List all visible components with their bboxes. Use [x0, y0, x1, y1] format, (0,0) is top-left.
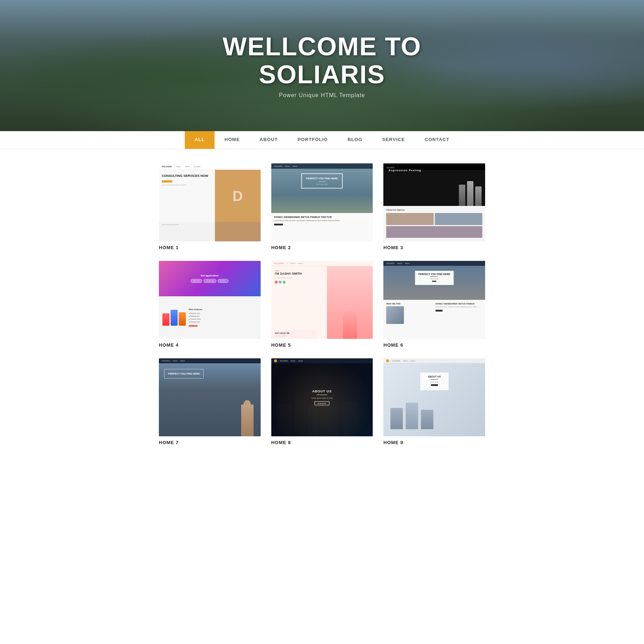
thumb-home1-nav-item: Portfolio: [194, 166, 200, 168]
thumb-home5-nav: SOLIARIS ● Home About: [271, 261, 373, 266]
thumb-home8-building-5: [343, 401, 357, 436]
grid-item-home8[interactable]: SOLIARIS Home About ABOUT US: [271, 358, 373, 445]
thumb-home9-logo: SOLIARIS: [392, 360, 400, 362]
filter-service[interactable]: SERVICE: [372, 131, 415, 149]
thumb-home2-nav: SOLIARIS Home About: [271, 163, 373, 169]
grid-item-home3[interactable]: SOLIARIS Expression Feeling About our Ag…: [383, 163, 485, 250]
thumb-home8-title: ABOUT US: [311, 390, 333, 393]
thumb-home1-nav-item: Home: [176, 166, 181, 168]
thumb-home6-who-title: WHO WE ARE: [386, 303, 433, 305]
thumb-home6-desc: Lorem ipsum: [418, 278, 450, 280]
thumb-home8-logo: SOLIARIS: [280, 360, 288, 362]
thumb-home3-gallery: [386, 213, 482, 238]
thumb-home1-right: [215, 170, 261, 222]
thumb-home5-social: [275, 281, 324, 284]
filter-all[interactable]: ALL: [185, 131, 215, 149]
thumb-home4-btn-2: Google Play: [204, 279, 216, 283]
thumb-home3-gallery-item-3: [386, 226, 482, 238]
thumb-home6-nav: SOLIARIS Home About: [383, 261, 485, 266]
thumb-home4-btn-1: App Store: [191, 279, 202, 283]
filter-portfolio[interactable]: PORTFOLIO: [288, 131, 338, 149]
grid-item-image-home5: SOLIARIS ● Home About helle I'M SASHA SM…: [271, 261, 373, 339]
thumb-home8-line: [317, 395, 327, 395]
grid-item-label-home6: HOME 6: [383, 342, 485, 348]
thumb-home8-nav: SOLIARIS Home About: [271, 358, 373, 363]
thumb-home9-people: [390, 403, 478, 429]
thumb-home4-phone-1: [162, 313, 170, 326]
thumb-home5-lower: SHOT ABOUT ME Lorem ipsum dolor: [271, 330, 317, 339]
filter-about[interactable]: ABOUT: [250, 131, 288, 149]
thumb-home6: SOLIARIS Home About PERFECT YOU FIND HER…: [383, 261, 485, 339]
grid-item-label-home7: HOME 7: [159, 440, 261, 445]
thumb-home5-about: SHOT ABOUT ME: [275, 332, 313, 334]
grid-item-home2[interactable]: SOLIARIS Home About PERFECT YOU FIND HER…: [271, 163, 373, 250]
filter-blog[interactable]: BLOG: [338, 131, 372, 149]
thumb-home9-center-box: ABOUT US Lorem ipsum: [420, 373, 449, 390]
thumb-home4-buttons: App Store Google Play Windows: [191, 279, 228, 283]
thumb-home2-lower-text: Lorem ipsum dolor sit amet, consectetur …: [274, 219, 370, 222]
thumb-home4-btn-more: [189, 325, 198, 327]
thumb-home4-phone-section: Main features ● Feature one● Feature two…: [159, 296, 261, 339]
main-content: SOLIARIS Home About Portfolio CONSULTING…: [152, 163, 492, 445]
filter-home[interactable]: HOME: [215, 131, 250, 149]
grid-item-image-home4: Get application App Store Google Play Wi…: [159, 261, 261, 339]
thumb-home1-bottom-right: [215, 222, 261, 241]
thumb-home2-logo: SOLIARIS: [274, 165, 282, 167]
thumb-home8: SOLIARIS Home About ABOUT US: [271, 358, 373, 436]
thumb-home9-nav: SOLIARIS Home About: [383, 358, 485, 363]
grid-item-home7[interactable]: SOLIARIS Home About PERFECT YOU FIND HER…: [159, 358, 261, 445]
thumb-home4-phone-3: [179, 312, 186, 326]
thumb-home3-about: About our Agency: [386, 209, 482, 211]
thumb-home1-bottom-left: Lorem ipsum dolor sit amet: [159, 222, 215, 241]
hero-content: WELLCOME TO SOLIARIS Power Unique HTML T…: [223, 33, 422, 99]
thumb-home6-small-icon: [432, 281, 437, 282]
thumb-home1-desc: Lorem ipsum dolor sit amet consectetur: [162, 184, 212, 186]
thumb-home6-text-block: DONEC DIENBENNEK NETUS FINIBUS Lorem ips…: [435, 303, 482, 336]
thumb-home9-person-3: [421, 410, 433, 429]
thumb-home8-logo-dot: [274, 359, 277, 362]
grid-item-home6[interactable]: SOLIARIS Home About PERFECT YOU FIND HER…: [383, 261, 485, 348]
thumb-home2-divider: [318, 181, 326, 182]
thumb-home5-right: [327, 266, 373, 339]
thumb-home6-nav-item2: About: [405, 262, 410, 264]
hero-section: WELLCOME TO SOLIARIS Power Unique HTML T…: [0, 0, 644, 131]
grid-item-label-home5: HOME 5: [271, 342, 373, 348]
thumb-home1-btn: [162, 180, 172, 183]
thumb-home6-top: SOLIARIS Home About PERFECT YOU FIND HER…: [383, 261, 485, 300]
thumb-home3-title: Expression Feeling: [389, 169, 421, 172]
thumb-home5-content: helle I'M SASHA SMITH Lorem ipsum dolor …: [271, 266, 373, 339]
thumb-home1-consulting: CONSULTING SERVICES NOW: [162, 174, 212, 178]
thumb-home9-logo-dot: [386, 359, 389, 362]
grid-item-image-home1: SOLIARIS Home About Portfolio CONSULTING…: [159, 163, 261, 241]
thumb-home8-desc: Lorem ipsum dolor sit amet: [311, 397, 333, 399]
thumb-home6-btn: [435, 310, 443, 312]
thumb-home7: SOLIARIS Home About PERFECT YOU FIND HER…: [159, 358, 261, 436]
thumb-home9-center-title: ABOUT US: [424, 375, 444, 378]
thumb-home6-nav-item: Home: [397, 262, 402, 264]
thumb-home1-bottom-text: Lorem ipsum dolor sit amet: [162, 224, 212, 226]
thumb-home7-person: [241, 404, 254, 436]
thumb-home5-nav-item2: About: [298, 262, 302, 264]
thumb-home3: SOLIARIS Expression Feeling About our Ag…: [383, 163, 485, 241]
grid-item-label-home4: HOME 4: [159, 342, 261, 348]
grid-item-label-home1: HOME 1: [159, 245, 261, 250]
thumb-home5-nav-tag: ●: [287, 263, 287, 264]
hero-title-line1: WELLCOME TO: [223, 32, 422, 61]
grid-item-home5[interactable]: SOLIARIS ● Home About helle I'M SASHA SM…: [271, 261, 373, 348]
thumb-home1-nav: SOLIARIS Home About Portfolio: [159, 163, 261, 170]
thumb-home5-about-text: Lorem ipsum dolor: [275, 335, 313, 337]
thumb-home1-logo: SOLIARIS: [162, 166, 172, 168]
thumb-home9-desc: Lorem ipsum: [424, 381, 444, 383]
thumb-home3-model-3: [475, 186, 482, 206]
thumb-home9-person-1: [390, 408, 403, 429]
filter-contact[interactable]: CONTACT: [415, 131, 460, 149]
thumb-home7-person-head: [244, 400, 251, 407]
grid-item-home9[interactable]: SOLIARIS Home About ABOUT US Lorem ipsum: [383, 358, 485, 445]
thumb-home2-box: PERFECT YOU FIND HERE Lorem ipsum dolor: [301, 173, 343, 189]
grid-item-image-home3: SOLIARIS Expression Feeling About our Ag…: [383, 163, 485, 241]
grid-item-home4[interactable]: Get application App Store Google Play Wi…: [159, 261, 261, 348]
grid-item-home1[interactable]: SOLIARIS Home About Portfolio CONSULTING…: [159, 163, 261, 250]
thumb-home3-models: [459, 181, 482, 206]
thumb-home9-divider: [431, 379, 438, 380]
thumb-home5-social-icon3: [283, 281, 285, 284]
